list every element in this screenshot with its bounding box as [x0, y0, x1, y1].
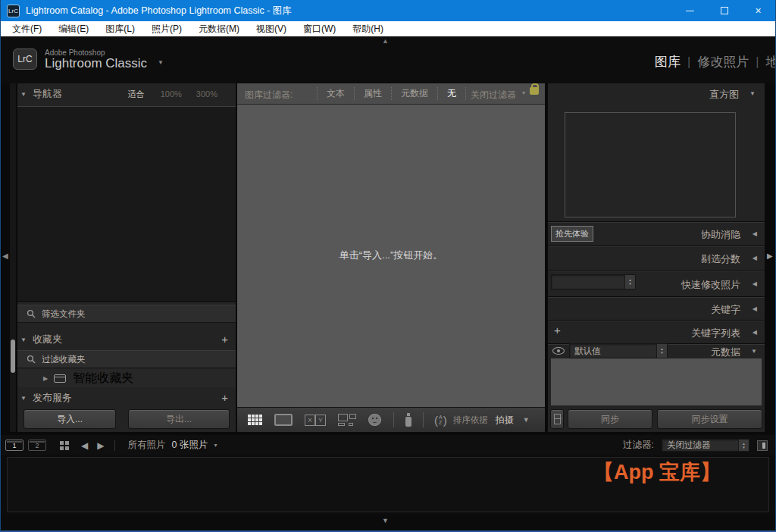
stepper-icon: ▴▾ [738, 440, 749, 451]
watermark-text: 【App 宝库】 [593, 458, 721, 486]
collapse-icon: ▼ [751, 348, 757, 355]
collections-filter-field[interactable]: 过滤收藏夹 [17, 350, 236, 368]
panel-divider [548, 221, 765, 222]
quick-develop-header[interactable]: ▴▾ 快速修改照片 ◀ [548, 271, 765, 296]
panel-divider [548, 270, 765, 271]
main-window-button[interactable]: 1 [5, 440, 23, 451]
filter-tab-attribute[interactable]: 属性 [354, 87, 391, 100]
sort-dropdown-icon[interactable]: ▼ [523, 416, 530, 424]
chevron-down-icon[interactable]: ▾ [522, 89, 525, 96]
metadata-title: 元数据 [711, 346, 740, 359]
library-filter-label: 图库过滤器: [245, 89, 293, 102]
compare-view-icon[interactable]: X Y [305, 415, 326, 426]
maximize-icon [721, 7, 728, 14]
left-panel-scrollbar[interactable] [10, 83, 16, 432]
smart-collections-item[interactable]: ▶ 智能收藏夹 [17, 369, 236, 387]
menu-library[interactable]: 图库(L) [97, 21, 143, 36]
collapse-top-panel-icon[interactable]: ▲ [382, 37, 389, 45]
lock-icon[interactable] [530, 87, 539, 95]
title-bar: LrC Lightroom Catalog - Adobe Photoshop … [1, 0, 775, 21]
folder-filter-field[interactable]: 筛选文件夹 [17, 305, 236, 323]
menu-help[interactable]: 帮助(H) [344, 21, 392, 36]
collections-header[interactable]: ▼ 收藏夹 + [17, 330, 236, 349]
lightroom-window: LrC Lightroom Catalog - Adobe Photoshop … [0, 0, 776, 532]
assisted-culling-header[interactable]: 抢先体验 协助消隐 ◀ [548, 223, 765, 245]
grid-view-icon[interactable] [248, 415, 262, 425]
back-arrow-icon[interactable]: ◀ [81, 440, 88, 451]
expand-left-icon: ◀ [753, 230, 757, 237]
filter-tab-metadata[interactable]: 元数据 [391, 87, 437, 100]
zoom-100-option[interactable]: 100% [161, 89, 182, 99]
quick-develop-preset-dropdown[interactable]: ▴▾ [551, 274, 636, 289]
sync-settings-button[interactable]: 同步设置 [657, 409, 762, 429]
photo-count: 0 张照片 [171, 439, 208, 452]
menu-file[interactable]: 文件(F) [4, 21, 50, 36]
collections-filter-text: 过滤收藏夹 [42, 354, 86, 365]
menu-edit[interactable]: 编辑(E) [50, 21, 97, 36]
close-icon: × [755, 5, 761, 17]
navigator-header[interactable]: ▼ 导航器 适合 100% 300% [17, 83, 236, 105]
menu-view[interactable]: 视图(V) [248, 21, 295, 36]
histogram-header[interactable]: 直方图 ▼ [548, 83, 765, 105]
keywording-header[interactable]: 关键字 ◀ [548, 298, 765, 320]
close-button[interactable]: × [741, 0, 775, 21]
collection-set-icon [54, 374, 66, 383]
menu-window[interactable]: 窗口(W) [295, 21, 344, 36]
painter-spray-icon[interactable] [405, 413, 412, 427]
add-collection-button[interactable]: + [221, 333, 228, 346]
expand-icon[interactable]: ▶ [43, 375, 48, 382]
zoom-fit-option[interactable]: 适合 [128, 89, 145, 99]
filter-tab-none[interactable]: 无 [437, 87, 466, 100]
filmstrip-source[interactable]: 所有照片 [127, 439, 165, 452]
survey-view-icon[interactable] [338, 414, 356, 426]
cull-score-header[interactable]: 剔选分数 ◀ [548, 247, 765, 269]
zoom-300-option[interactable]: 300% [196, 89, 217, 99]
module-library[interactable]: 图库 [655, 53, 681, 70]
expand-right-panel-icon[interactable]: ▶ [767, 252, 773, 260]
filter-preset-dropdown[interactable]: 关闭过滤器 [471, 89, 516, 102]
expand-left-icon: ◀ [753, 329, 757, 336]
filter-toggle-button[interactable] [757, 440, 768, 451]
app-logo: LrC Adobe Photoshop Lightroom Classic ▼ [13, 49, 164, 70]
loupe-view-icon[interactable] [274, 414, 293, 426]
maximize-button[interactable] [707, 0, 741, 21]
menu-metadata[interactable]: 元数据(M) [190, 21, 248, 36]
logo-dropdown-icon[interactable]: ▼ [158, 59, 164, 66]
module-develop[interactable]: 修改照片 [697, 53, 749, 70]
filmstrip-bar: 1 2 ◀ ▶ 所有照片 0 张照片 ▾ 过滤器: 关闭过滤器 ▴▾ [1, 435, 775, 455]
metadata-preset-dropdown[interactable]: 默认值 ▴▾ [569, 343, 668, 358]
module-separator: | [687, 55, 690, 69]
keyword-list-header[interactable]: + 关键字列表 ◀ [548, 321, 765, 343]
metadata-header[interactable]: 默认值 ▴▾ 元数据 ▼ [548, 345, 765, 357]
second-window-button[interactable]: 2 [28, 440, 46, 451]
collapse-bottom-panel-icon[interactable]: ▼ [382, 517, 389, 524]
source-dropdown-icon[interactable]: ▾ [214, 442, 217, 449]
eye-icon[interactable] [552, 347, 565, 355]
people-view-icon[interactable] [368, 414, 381, 426]
module-map[interactable]: 地图 [765, 53, 775, 70]
menu-photo[interactable]: 照片(P) [143, 21, 190, 36]
publish-services-title: 发布服务 [33, 391, 72, 405]
sort-direction-icon[interactable]: ( AZ ) [434, 414, 447, 427]
filter-tab-text[interactable]: 文本 [317, 87, 354, 100]
import-button[interactable]: 导入... [23, 409, 116, 429]
quick-develop-title: 快速修改照片 [681, 278, 740, 292]
app-icon: LrC [7, 5, 20, 17]
scrollbar-thumb[interactable] [11, 340, 15, 373]
collapse-left-panel-icon[interactable]: ◀ [2, 252, 8, 260]
minimize-button[interactable] [673, 0, 707, 21]
publish-services-header[interactable]: ▼ 发布服务 + [17, 388, 236, 408]
smart-collections-label: 智能收藏夹 [73, 371, 133, 386]
filmstrip-filter-dropdown[interactable]: 关闭过滤器 ▴▾ [662, 439, 749, 452]
sync-switch-icon [554, 414, 561, 424]
sync-button[interactable]: 同步 [568, 409, 652, 429]
add-keyword-button[interactable]: + [554, 324, 561, 336]
add-publish-service-button[interactable]: + [221, 391, 228, 404]
sort-by-value[interactable]: 拍摄 [496, 414, 514, 427]
grid-view-area: 单击“导入...”按钮开始。 [237, 105, 545, 407]
grid-view-shortcut-icon[interactable] [60, 441, 69, 450]
export-button[interactable]: 导出... [128, 409, 230, 429]
sync-mode-button[interactable] [550, 409, 564, 429]
forward-arrow-icon[interactable]: ▶ [97, 440, 104, 451]
bottom-strip: ▼ [1, 515, 775, 530]
